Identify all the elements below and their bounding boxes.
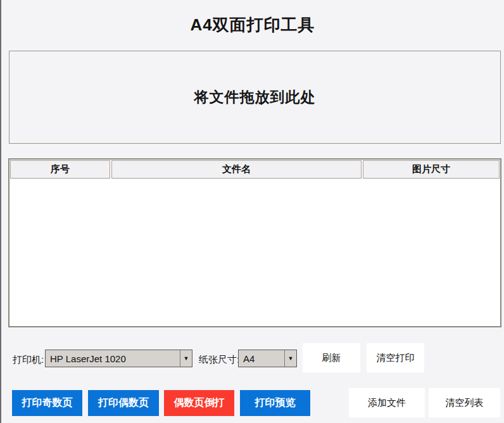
- page-title: A4双面打印工具: [1, 14, 504, 36]
- refresh-button[interactable]: 刷新: [303, 343, 360, 372]
- print-preview-button[interactable]: 打印预览: [240, 390, 310, 416]
- printer-selected-value: HP LaserJet 1020: [46, 353, 180, 364]
- dropzone-label: 将文件拖放到此处: [194, 87, 316, 107]
- clear-list-button[interactable]: 清空列表: [429, 388, 500, 417]
- file-dropzone[interactable]: 将文件拖放到此处: [9, 51, 501, 144]
- print-even-pages-button[interactable]: 打印偶数页: [88, 390, 159, 416]
- clear-print-button[interactable]: 清空打印: [367, 343, 424, 372]
- file-list-table[interactable]: 序号 文件名 图片尺寸: [8, 158, 501, 327]
- paper-size-select[interactable]: A4 ▼: [238, 350, 297, 367]
- paper-size-selected-value: A4: [239, 353, 284, 364]
- table-body-empty[interactable]: [9, 179, 500, 326]
- paper-size-label: 纸张尺寸:: [199, 354, 239, 366]
- table-header-row: 序号 文件名 图片尺寸: [9, 160, 500, 179]
- printer-label: 打印机:: [13, 354, 44, 366]
- chevron-down-icon[interactable]: ▼: [180, 350, 192, 367]
- even-pages-reverse-button[interactable]: 偶数页倒打: [164, 390, 234, 416]
- column-header-seq[interactable]: 序号: [10, 160, 110, 179]
- column-header-imagesize[interactable]: 图片尺寸: [363, 160, 500, 179]
- add-files-button[interactable]: 添加文件: [349, 388, 425, 417]
- print-odd-pages-button[interactable]: 打印奇数页: [12, 390, 82, 416]
- app-window: A4双面打印工具 将文件拖放到此处 序号 文件名 图片尺寸 打印机: HP La…: [0, 0, 504, 423]
- column-header-filename[interactable]: 文件名: [111, 160, 362, 179]
- chevron-down-icon[interactable]: ▼: [284, 350, 296, 367]
- printer-select[interactable]: HP LaserJet 1020 ▼: [45, 350, 192, 367]
